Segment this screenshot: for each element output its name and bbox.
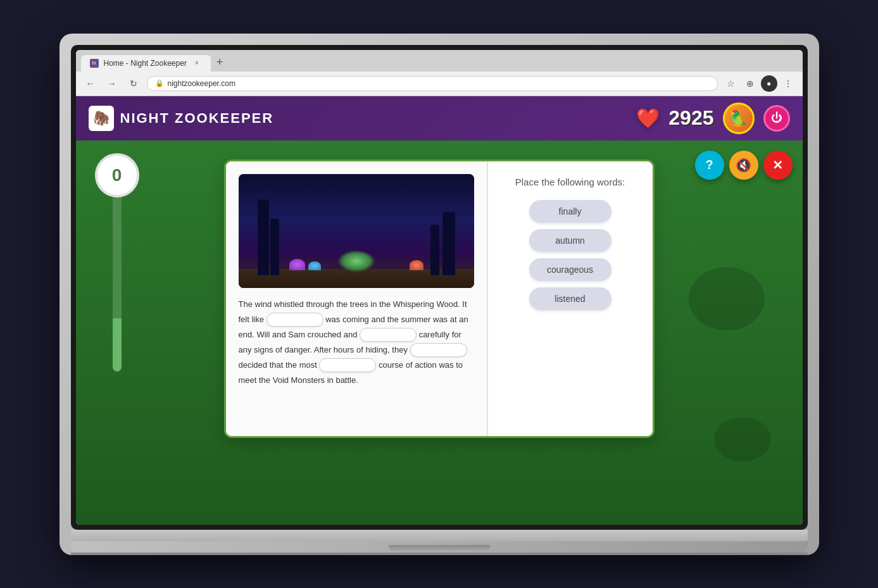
tab-close-button[interactable]: × [192, 58, 202, 68]
place-words-label: Place the following words: [515, 177, 625, 187]
avatar[interactable]: 🦜 [723, 103, 755, 134]
score-bar [113, 194, 122, 372]
power-button[interactable]: ⏻ [763, 105, 790, 132]
back-button[interactable]: ← [82, 75, 99, 92]
help-icon: ? [705, 158, 713, 172]
menu-button[interactable]: ⋮ [780, 75, 796, 92]
story-text: The wind whistled through the trees in t… [239, 297, 474, 388]
book-panel: The wind whistled through the trees in t… [224, 160, 655, 438]
tree-right-1 [442, 212, 455, 275]
story-part4: decided that the most [239, 360, 320, 370]
power-icon: ⏻ [771, 111, 782, 125]
refresh-button[interactable]: ↻ [125, 75, 142, 92]
blank-word-2[interactable] [360, 328, 417, 342]
heart-icon: ❤️ [636, 107, 660, 129]
laptop-hinge [71, 553, 808, 555]
help-button[interactable]: ? [695, 151, 724, 180]
tree-left-1 [258, 199, 269, 275]
app-header: 🦣 NIGHT ZOOKEEPER ❤️ 2925 🦜 ⏻ [76, 96, 803, 141]
word-choices: finally autumn courageous listened [501, 200, 640, 310]
book-left: The wind whistled through the trees in t… [226, 161, 488, 436]
tree-left-2 [270, 218, 279, 275]
score-widget: 0 [95, 153, 139, 372]
blank-word-1[interactable] [267, 313, 323, 327]
game-area: 0 ? 🔇 [76, 141, 803, 525]
game-buttons: ? 🔇 ✕ [695, 151, 793, 180]
story-image [239, 174, 474, 288]
word-chip-listened[interactable]: listened [529, 287, 611, 310]
word-chip-courageous[interactable]: courageous [529, 258, 611, 281]
browser-tabs: N Home - Night Zookeeper × + [76, 50, 803, 72]
logo-animal-icon: 🦣 [92, 110, 110, 127]
browser-actions: ☆ ⊕ ● ⋮ [723, 75, 796, 92]
close-button[interactable]: ✕ [763, 151, 793, 180]
blank-word-4[interactable] [319, 358, 376, 372]
sound-button[interactable]: 🔇 [729, 151, 758, 180]
browser-toolbar: ← → ↻ 🔒 nightzookeeper.com ☆ ⊕ ● ⋮ [76, 72, 803, 96]
app-logo-icon: 🦣 [89, 106, 114, 131]
tree-right-2 [430, 225, 439, 275]
browser-window: N Home - Night Zookeeper × + ← → ↻ 🔒 nig… [76, 50, 803, 525]
browser-chrome: N Home - Night Zookeeper × + ← → ↻ 🔒 nig… [76, 50, 803, 96]
story-image-content [239, 174, 474, 288]
app-title: NIGHT ZOOKEEPER [120, 110, 274, 127]
laptop-base [71, 541, 808, 555]
app-logo-area: 🦣 NIGHT ZOOKEEPER [89, 106, 274, 131]
lock-icon: 🔒 [155, 79, 164, 87]
word-chip-autumn[interactable]: autumn [529, 229, 611, 252]
new-tab-button[interactable]: + [211, 54, 229, 72]
heart-container: ❤️ [636, 107, 660, 129]
purple-plant [289, 259, 305, 270]
bookmark-button[interactable]: ☆ [723, 75, 739, 92]
browser-tab-active[interactable]: N Home - Night Zookeeper × [81, 55, 211, 72]
red-plant [410, 260, 423, 270]
blue-plant [308, 261, 321, 270]
url-text: nightzookeeper.com [168, 79, 235, 88]
blank-word-3[interactable] [410, 343, 467, 357]
word-chip-finally[interactable]: finally [529, 200, 611, 223]
score-value: 0 [112, 165, 122, 185]
sound-icon: 🔇 [736, 158, 751, 173]
app-content: 🦣 NIGHT ZOOKEEPER ❤️ 2925 🦜 ⏻ [76, 96, 803, 525]
tab-title: Home - Night Zookeeper [104, 59, 187, 68]
forward-button[interactable]: → [104, 75, 120, 92]
profile-button[interactable]: ● [761, 75, 777, 92]
close-icon: ✕ [772, 158, 783, 173]
laptop-bottom-bezel [71, 530, 808, 541]
score-bar-fill [113, 318, 122, 372]
zoom-button[interactable]: ⊕ [742, 75, 758, 92]
url-bar[interactable]: 🔒 nightzookeeper.com [147, 76, 718, 91]
laptop-notch [389, 545, 490, 551]
book-right: Place the following words: finally autum… [488, 161, 653, 436]
tab-favicon: N [90, 59, 99, 68]
app-header-right: ❤️ 2925 🦜 ⏻ [636, 103, 789, 134]
score-circle: 0 [95, 153, 139, 197]
glowing-creature [337, 250, 375, 272]
avatar-emoji: 🦜 [729, 109, 748, 127]
score-display: 2925 [668, 106, 713, 130]
